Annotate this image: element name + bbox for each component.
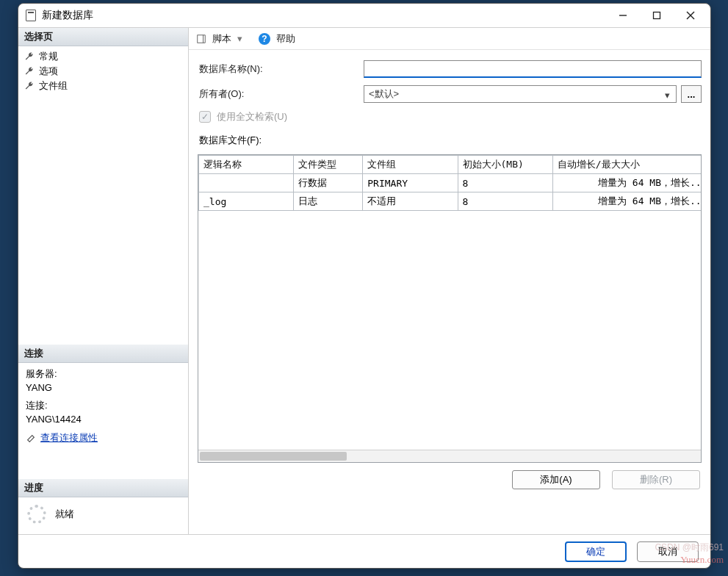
database-icon [26,10,36,21]
svg-rect-4 [198,35,203,43]
script-icon [196,34,206,44]
sidebar-item-label: 选项 [39,65,58,78]
sidebar-item-filegroups[interactable]: 文件组 [23,79,184,93]
sidebar-item-general[interactable]: 常规 [23,49,184,64]
cell-autogrow[interactable]: 增量为 64 MB，增长... ... [552,192,701,211]
chevron-down-icon: ▾ [661,89,673,101]
sidebar-item-options[interactable]: 选项 [23,64,184,79]
col-filetype[interactable]: 文件类型 [294,156,363,174]
grid-header-row: 逻辑名称 文件类型 文件组 初始大小(MB) 自动增长/最大大小 路径 [199,156,702,174]
col-filegroup[interactable]: 文件组 [363,156,458,174]
fulltext-label: 使用全文检索(U) [217,110,287,123]
wrench-icon [24,51,35,62]
cell-filetype[interactable]: 行数据 [294,174,363,192]
properties-icon [26,433,36,444]
server-value: YANG [26,381,181,395]
table-row[interactable]: 行数据 PRIMARY 8 增量为 64 MB，增长... ... D:\Pr [199,174,702,192]
ok-button[interactable]: 确定 [565,541,627,562]
wrench-icon [24,66,35,76]
main-panel: 脚本 ▾ ? 帮助 数据库名称(N): 所有者(O): <默认> ▾ [189,28,710,534]
horizontal-scrollbar[interactable] [198,450,701,462]
progress-state: 就绪 [55,508,74,521]
cell-logical[interactable]: _log [199,192,294,211]
server-label: 服务器: [26,367,181,381]
add-button[interactable]: 添加(A) [512,470,600,489]
maximize-button[interactable] [640,4,674,26]
help-icon: ? [259,33,270,45]
cell-autogrow[interactable]: 增量为 64 MB，增长... ... [552,174,701,192]
wrench-icon [24,81,35,91]
spinner-icon [27,505,46,524]
autogrow-text: 增量为 64 MB，增长... [598,195,701,208]
svg-rect-1 [654,12,660,19]
cell-logical[interactable] [199,174,294,192]
progress-panel: 就绪 [18,497,188,534]
connection-label: 连接: [26,399,181,413]
script-button[interactable]: 脚本 [212,32,231,46]
sidebar: 选择页 常规 选项 文件组 连接 服务器: YANG [18,28,189,534]
cell-initsize[interactable]: 8 [458,192,552,211]
col-logical[interactable]: 逻辑名称 [199,156,294,174]
dbname-input[interactable] [364,60,702,78]
owner-browse-button[interactable]: ... [681,85,702,103]
progress-header: 进度 [18,479,188,497]
sidebar-item-label: 文件组 [39,79,68,93]
help-button[interactable]: 帮助 [276,32,295,46]
owner-label: 所有者(O): [199,87,364,101]
col-autogrow[interactable]: 自动增长/最大大小 [552,156,701,174]
files-grid: 逻辑名称 文件类型 文件组 初始大小(MB) 自动增长/最大大小 路径 行数据 [198,154,702,463]
cell-initsize[interactable]: 8 [458,174,552,192]
autogrow-text: 增量为 64 MB，增长... [598,176,701,190]
minimize-button[interactable] [606,4,640,26]
view-connection-properties-link[interactable]: 查看连接属性 [40,431,98,445]
window-title: 新建数据库 [42,9,93,22]
connection-panel: 服务器: YANG 连接: YANG\14424 查看连接属性 [18,363,188,450]
site-watermark: Yuucn.com [680,554,724,566]
owner-combo[interactable]: <默认> ▾ [364,85,677,103]
remove-button: 删除(R) [612,470,700,489]
close-button[interactable] [674,4,707,26]
cell-filegroup[interactable]: 不适用 [363,192,458,211]
table-row[interactable]: _log 日志 不适用 8 增量为 64 MB，增长... ... D:\Pr [199,192,702,211]
csdn-watermark: CSDN @时雨691 [655,541,724,554]
files-label: 数据库文件(F): [199,134,702,147]
toolbar: 脚本 ▾ ? 帮助 [189,28,710,50]
cell-filegroup[interactable]: PRIMARY [363,174,458,192]
titlebar: 新建数据库 [18,4,710,27]
fulltext-checkbox: ✓ [199,111,211,123]
sidebar-item-label: 常规 [39,50,58,63]
owner-value: <默认> [369,87,399,101]
dialog-footer: 确定 取消 [18,534,710,568]
select-page-header: 选择页 [18,28,188,46]
dbname-label: 数据库名称(N): [199,62,364,76]
dialog-window: 新建数据库 选择页 常规 选项 [18,3,711,569]
col-initsize[interactable]: 初始大小(MB) [458,156,552,174]
connection-value: YANG\14424 [26,413,181,427]
cell-filetype[interactable]: 日志 [294,192,363,211]
connection-header: 连接 [18,345,188,363]
scrollbar-thumb[interactable] [200,452,347,461]
